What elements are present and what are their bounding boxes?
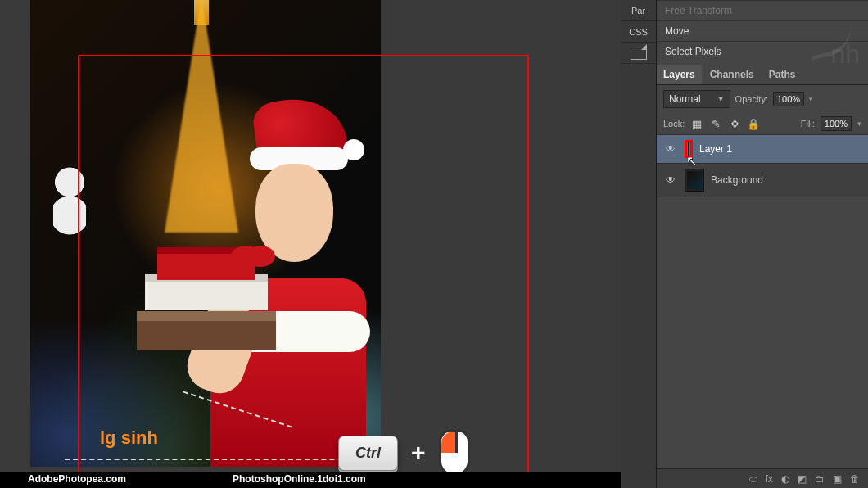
collapsed-panel-tabs: Par CSS [621, 0, 657, 488]
layer-row-background[interactable]: 👁 Background [657, 164, 868, 197]
gift-bow [231, 246, 260, 267]
tab-layers[interactable]: Layers [657, 65, 702, 84]
blend-mode-row: Normal ▼ Opacity: 100% ▾ [657, 85, 868, 113]
layer-name[interactable]: Background [711, 174, 763, 186]
tab-channels[interactable]: Channels [703, 65, 761, 84]
footer-link-left: AdobePhotopea.com [28, 473, 126, 486]
fill-slider-toggle[interactable]: ▾ [857, 120, 861, 128]
gift-box-bottom [137, 311, 276, 350]
context-free-transform[interactable]: Free Transform [657, 0, 868, 20]
layer-list: 👁 Layer 1 ↖ 👁 Background [657, 135, 868, 197]
tab-paragraph[interactable]: Par [621, 0, 656, 21]
layer-effects-icon[interactable]: fx [766, 473, 773, 485]
footer-bar: AdobePhotopea.com PhotoshopOnline.1doi1.… [0, 472, 621, 488]
document-canvas[interactable]: lg sinh [30, 0, 381, 467]
delete-layer-icon[interactable]: 🗑 [850, 473, 860, 485]
canvas-area[interactable]: lg sinh Ctrl + AdobePhotopea.com Photosh… [0, 0, 621, 488]
layer-name[interactable]: Layer 1 [699, 143, 732, 155]
add-mask-icon[interactable]: ◐ [781, 473, 789, 485]
new-folder-icon[interactable]: 🗀 [815, 473, 825, 485]
footer-link-right: PhotoshopOnline.1doi1.com [233, 473, 366, 486]
link-layers-icon[interactable]: ⬭ [749, 473, 757, 485]
chevron-down-icon: ▼ [717, 95, 725, 103]
mouse-left-click-icon [439, 429, 470, 477]
fill-input[interactable]: 100% [821, 116, 852, 131]
bg-snowman [53, 164, 86, 237]
lock-label: Lock: [663, 119, 685, 129]
subject-face [255, 164, 333, 262]
lock-row: Lock: ▦ ✎ ✥ 🔒 Fill: 100% ▾ [657, 113, 868, 135]
tab-css[interactable]: CSS [621, 21, 656, 43]
layers-panel-footer: ⬭ fx ◐ ◩ 🗀 ▣ 🗑 [657, 468, 868, 488]
right-panel: Free Transform Move Select Pixels Layers… [657, 0, 868, 488]
plus-icon: + [411, 439, 426, 467]
opacity-label: Opacity: [735, 94, 768, 104]
visibility-toggle-icon[interactable]: 👁 [663, 143, 678, 155]
blend-mode-dropdown[interactable]: Normal ▼ [663, 90, 730, 108]
tutorial-highlight-thumb [685, 140, 693, 158]
new-layer-icon[interactable]: ▣ [833, 473, 842, 485]
shortcut-hint: Ctrl + [338, 429, 470, 477]
adjustment-layer-icon[interactable]: ◩ [798, 473, 807, 485]
layer-thumbnail[interactable] [688, 142, 689, 156]
visibility-toggle-icon[interactable]: 👁 [663, 174, 678, 186]
image-icon [631, 47, 647, 60]
blend-mode-value: Normal [669, 93, 701, 105]
fill-label: Fill: [801, 119, 815, 129]
selection-marching-ants [65, 459, 376, 460]
tab-image-asset[interactable] [621, 43, 656, 64]
opacity-slider-toggle[interactable]: ▾ [809, 95, 813, 103]
canvas-watermark-logo: lg sinh [100, 427, 158, 449]
tab-paths[interactable]: Paths [762, 65, 802, 84]
layer-row-layer1[interactable]: 👁 Layer 1 ↖ [657, 135, 868, 164]
lock-image-pixels-icon[interactable]: ✎ [709, 117, 722, 130]
lock-position-icon[interactable]: ✥ [728, 117, 741, 130]
layer-thumbnail[interactable] [685, 169, 704, 192]
lock-all-icon[interactable]: 🔒 [747, 117, 760, 130]
panel-tabs: Layers Channels Paths [657, 65, 868, 85]
ctrl-key: Ctrl [338, 436, 398, 471]
lock-transparent-pixels-icon[interactable]: ▦ [690, 117, 703, 130]
opacity-input[interactable]: 100% [773, 92, 804, 106]
